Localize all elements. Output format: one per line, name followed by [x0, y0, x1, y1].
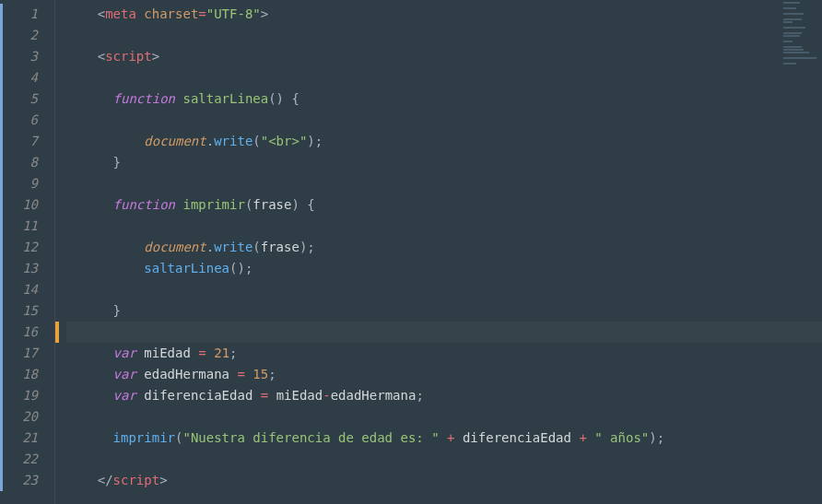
code-line[interactable]: [66, 279, 822, 300]
code-token: [440, 430, 447, 445]
code-line[interactable]: [66, 173, 822, 194]
code-token: ;: [307, 240, 314, 254]
code-token: +: [579, 430, 586, 445]
code-token: [268, 388, 276, 403]
code-token: =: [198, 346, 206, 360]
code-line[interactable]: <meta charset="UTF-8">: [66, 4, 822, 25]
line-number: 17: [0, 343, 54, 364]
line-number: 21: [0, 428, 54, 449]
code-token: ): [649, 430, 656, 445]
line-number: 22: [0, 449, 54, 470]
line-number: 9: [0, 173, 54, 194]
code-token: edadHermana: [144, 367, 229, 381]
code-line[interactable]: var edadHermana = 15;: [66, 364, 822, 385]
code-token: >: [159, 473, 167, 487]
code-token: saltarLinea: [144, 261, 229, 275]
minimap-line: [783, 7, 796, 9]
code-token: miEdad: [276, 388, 323, 403]
code-line[interactable]: function saltarLinea() {: [66, 88, 822, 110]
code-token: .: [206, 134, 214, 148]
minimap-line: [783, 49, 804, 51]
code-line[interactable]: var diferenciaEdad = miEdad-edadHermana;: [66, 385, 822, 406]
code-token: ;: [416, 388, 423, 403]
code-token: frase: [252, 197, 291, 212]
code-line[interactable]: [66, 67, 822, 88]
code-line[interactable]: document.write(frase);: [66, 237, 822, 258]
code-token: var: [113, 388, 136, 403]
gutter: 1234567891011121314151617181920212223: [0, 0, 55, 504]
code-line[interactable]: var miEdad = 21;: [66, 343, 822, 364]
code-token: diferenciaEdad: [144, 388, 252, 403]
code-token: 21: [214, 346, 229, 360]
code-token: [252, 388, 260, 403]
code-line[interactable]: function imprimir(frase) {: [66, 194, 822, 216]
code-token: ;: [268, 367, 276, 381]
code-line[interactable]: [66, 25, 822, 46]
code-token: [454, 430, 462, 445]
minimap[interactable]: [783, 2, 820, 66]
code-line[interactable]: <script>: [66, 46, 822, 67]
minimap-line: [783, 41, 793, 42]
code-token: .: [206, 240, 214, 254]
code-token: ): [291, 197, 299, 212]
code-token: =: [198, 6, 206, 21]
code-token: " años": [594, 430, 649, 445]
code-line[interactable]: [66, 449, 822, 470]
code-token: charset: [144, 6, 198, 21]
code-token: </: [98, 473, 113, 487]
line-number: 18: [0, 364, 54, 385]
code-token: var: [113, 346, 136, 360]
code-line[interactable]: saltarLinea();: [66, 258, 822, 279]
line-number: 5: [0, 88, 54, 110]
code-token: <: [98, 49, 105, 64]
code-token: script: [113, 473, 160, 487]
minimap-line: [783, 18, 802, 20]
code-token: document: [144, 240, 206, 254]
code-line[interactable]: </script>: [66, 470, 822, 491]
code-token: write: [214, 134, 252, 148]
minimap-line: [783, 52, 809, 53]
line-number: 3: [0, 46, 54, 67]
code-line[interactable]: [66, 216, 822, 237]
code-token: ;: [657, 430, 664, 445]
code-token: saltarLinea: [182, 91, 268, 106]
code-token: write: [214, 240, 252, 254]
code-token: "UTF-8": [206, 6, 261, 21]
line-number: 12: [0, 237, 54, 258]
gutter-highlight: [0, 4, 3, 491]
code-token: 15: [252, 367, 268, 381]
minimap-line: [783, 21, 793, 23]
code-token: }: [113, 155, 121, 170]
code-line[interactable]: imprimir("Nuestra diferencia de edad es:…: [66, 428, 822, 449]
minimap-line: [783, 13, 804, 15]
code-area[interactable]: <meta charset="UTF-8"> <script> function…: [55, 0, 822, 504]
minimap-line: [783, 57, 816, 59]
minimap-line: [783, 2, 800, 4]
line-number: 19: [0, 385, 54, 406]
code-token: {: [291, 91, 299, 106]
code-editor[interactable]: 1234567891011121314151617181920212223 <m…: [0, 0, 822, 504]
code-line[interactable]: }: [66, 152, 822, 173]
line-number: 23: [0, 470, 54, 491]
code-line[interactable]: document.write("<br>");: [66, 131, 822, 152]
code-token: [587, 430, 594, 445]
minimap-line: [783, 63, 796, 64]
line-number: 16: [0, 322, 54, 343]
code-line[interactable]: [66, 406, 822, 428]
code-line[interactable]: [66, 110, 822, 131]
code-token: (): [268, 91, 284, 106]
line-number: 2: [0, 25, 54, 46]
code-token: <: [98, 6, 105, 21]
code-token: (: [252, 134, 260, 148]
code-token: (: [252, 240, 260, 254]
code-token: meta: [105, 6, 136, 21]
code-token: (): [229, 261, 245, 275]
code-token: document: [144, 134, 206, 148]
minimap-line: [783, 35, 800, 37]
minimap-line: [783, 46, 802, 48]
code-line[interactable]: }: [66, 300, 822, 322]
line-number: 8: [0, 152, 54, 173]
code-token: edadHermana: [331, 388, 417, 403]
code-line[interactable]: [66, 322, 822, 343]
code-token: var: [113, 367, 136, 381]
